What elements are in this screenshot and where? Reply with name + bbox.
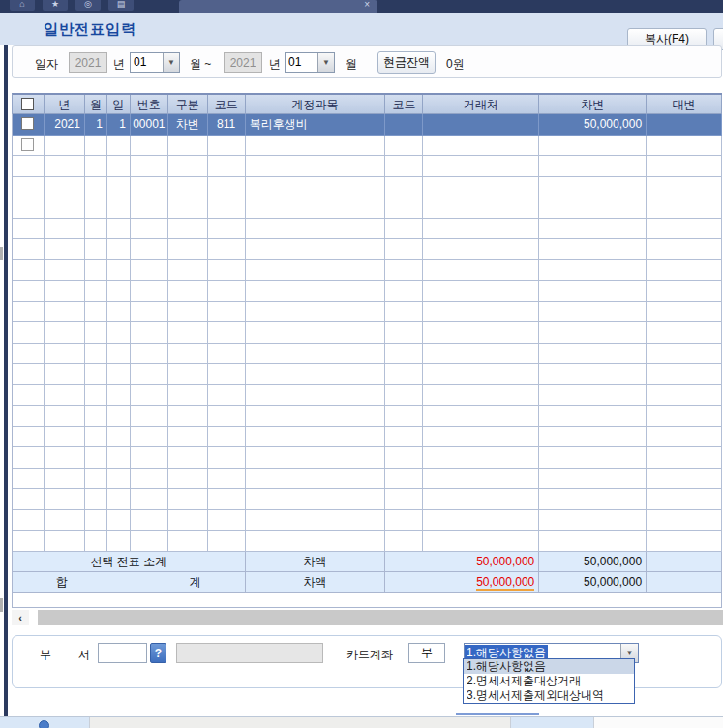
- cell-account[interactable]: [246, 322, 386, 344]
- cell-no[interactable]: [131, 385, 168, 407]
- cell-code2[interactable]: [385, 239, 423, 260]
- cell-vendor[interactable]: [423, 489, 539, 510]
- cell-month[interactable]: [85, 177, 107, 198]
- cell-no[interactable]: [131, 260, 168, 282]
- cell-month[interactable]: 1: [85, 114, 107, 136]
- cell-code[interactable]: [208, 406, 246, 427]
- cell-vendor[interactable]: [423, 219, 539, 240]
- cell-code[interactable]: [208, 177, 246, 198]
- splitter-handle-icon[interactable]: [0, 598, 3, 612]
- scrollbar-thumb[interactable]: [38, 610, 723, 625]
- cell-no[interactable]: [131, 177, 168, 198]
- journal-row[interactable]: [12, 406, 722, 427]
- cell-credit[interactable]: [647, 219, 722, 240]
- cell-type[interactable]: [168, 156, 208, 177]
- cell-no[interactable]: [131, 469, 168, 490]
- cell-month[interactable]: [85, 344, 107, 365]
- cell-code2[interactable]: [385, 447, 423, 469]
- cell-year[interactable]: [45, 302, 85, 323]
- cell-vendor[interactable]: [423, 427, 539, 448]
- cell-code2[interactable]: [385, 197, 423, 219]
- cell-type[interactable]: [168, 447, 208, 469]
- cell-month[interactable]: [85, 447, 107, 469]
- cell-type[interactable]: [168, 197, 208, 219]
- cell-month[interactable]: [85, 239, 107, 260]
- cell-year[interactable]: [45, 197, 85, 219]
- cell-year[interactable]: [45, 531, 85, 552]
- journal-row[interactable]: [12, 197, 722, 219]
- cell-debit[interactable]: [539, 136, 647, 157]
- journal-row[interactable]: [12, 302, 722, 323]
- cell-debit[interactable]: 50,000,000: [539, 114, 647, 136]
- cell-month[interactable]: [85, 219, 107, 240]
- cell-no[interactable]: [131, 197, 168, 219]
- cell-account[interactable]: [246, 469, 386, 490]
- cell-account[interactable]: [246, 156, 386, 177]
- cell-credit[interactable]: [647, 322, 722, 344]
- cell-account[interactable]: [246, 281, 386, 302]
- cell-month[interactable]: [85, 197, 107, 219]
- cell-month[interactable]: [85, 322, 107, 344]
- cell-credit[interactable]: [647, 177, 722, 198]
- cell-credit[interactable]: [647, 531, 722, 552]
- cell-debit[interactable]: [539, 219, 647, 240]
- cell-code2[interactable]: [385, 136, 423, 157]
- cell-code[interactable]: [208, 344, 246, 365]
- cell-no[interactable]: [131, 427, 168, 448]
- cell-code[interactable]: [208, 260, 246, 282]
- cell-credit[interactable]: [647, 302, 722, 323]
- cell-credit[interactable]: [647, 427, 722, 448]
- cell-code[interactable]: [208, 469, 246, 490]
- cell-no[interactable]: [131, 447, 168, 469]
- cell-type[interactable]: [168, 177, 208, 198]
- home-icon[interactable]: ⌂: [10, 0, 35, 11]
- cell-account[interactable]: [246, 531, 386, 552]
- cell-code[interactable]: 811: [208, 114, 246, 136]
- cell-year[interactable]: [45, 322, 85, 344]
- cell-no[interactable]: [131, 510, 168, 531]
- cell-type[interactable]: [168, 385, 208, 407]
- cell-type[interactable]: [168, 406, 208, 427]
- cell-debit[interactable]: [539, 510, 647, 531]
- cell-code2[interactable]: [385, 156, 423, 177]
- cell-code2[interactable]: [385, 385, 423, 407]
- cell-code2[interactable]: [385, 344, 423, 365]
- cell-debit[interactable]: [539, 239, 647, 260]
- cell-type[interactable]: [168, 302, 208, 323]
- select-all-checkbox[interactable]: [21, 98, 34, 110]
- cell-year[interactable]: [45, 385, 85, 407]
- cell-code2[interactable]: [385, 510, 423, 531]
- dropdown-grip[interactable]: [456, 713, 539, 715]
- cell-code[interactable]: [208, 364, 246, 385]
- cell-code2[interactable]: [385, 469, 423, 490]
- cell-no[interactable]: [131, 302, 168, 323]
- menu-icon[interactable]: ▤: [108, 0, 134, 11]
- cell-credit[interactable]: [647, 156, 722, 177]
- cell-account[interactable]: [246, 510, 386, 531]
- cell-year[interactable]: [45, 177, 85, 198]
- cell-credit[interactable]: [647, 197, 722, 219]
- cell-type[interactable]: [168, 219, 208, 240]
- cell-debit[interactable]: [539, 489, 647, 510]
- cell-type[interactable]: [168, 239, 208, 260]
- cell-debit[interactable]: [539, 406, 647, 427]
- cell-code[interactable]: [208, 239, 246, 260]
- cell-debit[interactable]: [539, 344, 647, 365]
- cell-account[interactable]: [246, 302, 386, 323]
- cell-code[interactable]: [208, 510, 246, 531]
- cell-code[interactable]: [208, 531, 246, 552]
- cell-day[interactable]: [107, 531, 131, 552]
- cell-credit[interactable]: [647, 447, 722, 469]
- cell-no[interactable]: [131, 322, 168, 344]
- help-icon[interactable]: ?: [150, 643, 166, 663]
- cell-vendor[interactable]: [423, 406, 539, 427]
- journal-row-selected[interactable]: 20211100001차변811복리후생비50,000,000: [12, 114, 722, 136]
- cell-day[interactable]: [107, 406, 131, 427]
- cell-account[interactable]: [246, 136, 386, 157]
- journal-row[interactable]: [12, 385, 722, 407]
- cell-code2[interactable]: [385, 219, 423, 240]
- cell-no[interactable]: [131, 156, 168, 177]
- cell-day[interactable]: [107, 281, 131, 302]
- cell-credit[interactable]: [647, 406, 722, 427]
- cell-type[interactable]: [168, 364, 208, 385]
